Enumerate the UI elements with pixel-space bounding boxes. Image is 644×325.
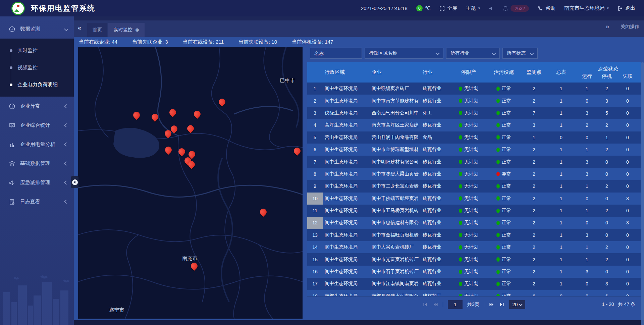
cell-stopped: 0 — [599, 168, 614, 180]
theme-dropdown[interactable]: 主题 ▾ — [466, 5, 480, 11]
cell-treatment: 正常 — [487, 241, 521, 253]
table-row[interactable]: 17阆中生态环境局阆中市江南镇阆南页岩砖瓦行业无计划正常21030 — [307, 278, 641, 290]
cell-run: 1 — [575, 241, 599, 253]
map-panel[interactable]: 巴中市南充市遂宁市 — [78, 47, 303, 319]
table-scrollbar[interactable] — [641, 62, 644, 325]
cell-treatment: 正常 — [487, 131, 521, 144]
page-number-input[interactable]: 1 — [448, 300, 463, 309]
cell-industry: 砖瓦行业 — [421, 168, 450, 180]
table-row[interactable]: 3仪陇生态环境局西南油气田分公司川中化工无计划正常71350 — [307, 107, 641, 119]
help-button[interactable]: 帮助 — [538, 5, 555, 11]
col-stop: 停限产 — [450, 62, 487, 83]
status-dot-green — [459, 123, 462, 127]
mute-button[interactable] — [489, 6, 494, 11]
industry-filter-select[interactable]: 所有行业 — [446, 48, 500, 59]
cell-region: 阆中生态环境局 — [323, 156, 370, 168]
sidebar-collapse-toggle[interactable] — [71, 176, 78, 188]
sidebar-item-label: 企业异常 — [20, 103, 65, 109]
cell-monitor: 2 — [521, 278, 547, 290]
cell-total: 1 — [547, 193, 575, 205]
cell-lost: 3 — [614, 217, 641, 229]
cell-lost: 3 — [614, 193, 641, 205]
last-page-icon[interactable] — [499, 302, 504, 307]
table-row[interactable]: 10阆中生态环境局阆中千佛镇五郎垭页岩砖瓦行业无计划正常21003 — [307, 193, 641, 205]
cell-industry: 砖瓦行业 — [421, 156, 450, 168]
sidebar-item-企业用电量分析[interactable]: 企业用电量分析 — [0, 135, 74, 154]
table-row[interactable]: 6阆中生态环境局阆中市金博瑞新型墙材砖瓦行业无计划正常21120 — [307, 144, 641, 156]
cell-industry: 砖瓦行业 — [421, 95, 450, 107]
cell-stop: 无计划 — [450, 180, 487, 192]
logout-button[interactable]: 退出 — [618, 5, 635, 11]
cell-total: 1 — [547, 168, 575, 180]
cell-company: 阆中市二龙长宝页岩砖 — [370, 180, 421, 192]
fullscreen-button[interactable]: 全屏 — [439, 5, 457, 11]
sidebar-item-label: 企业用电量分析 — [20, 141, 65, 148]
stat-当前在线设备: 当前在线设备: 211 — [183, 39, 224, 45]
cell-stop: 无计划 — [450, 217, 487, 229]
table-row[interactable]: 7阆中生态环境局阆中明阳建材有限公司砖瓦行业无计划正常21300 — [307, 156, 641, 168]
status-dot-green — [496, 294, 500, 296]
cell-stop: 无计划 — [450, 144, 487, 156]
cell-stop: 无计划 — [450, 278, 487, 290]
col-stopped: 停机 — [599, 72, 614, 81]
table-row[interactable]: 2阆中生态环境局阆中市南方节能建材有砖瓦行业无计划正常21030 — [307, 95, 641, 107]
first-page-icon[interactable] — [423, 302, 428, 307]
close-operations-button[interactable]: 关闭操作 — [621, 24, 639, 30]
prev-page-icon[interactable] — [433, 302, 438, 307]
status-dot-green — [459, 209, 462, 213]
table-row[interactable]: 18南部生态环境局南部县双佳水泥有限公建材加工无计划正常60060 — [307, 290, 641, 296]
org-dropdown[interactable]: 南充市生态环境局 ▾ — [564, 5, 609, 11]
close-icon[interactable]: ⊗ — [135, 27, 139, 33]
sidebar-item-企业异常[interactable]: 企业异常 — [0, 97, 74, 116]
cell-stopped: 2 — [599, 180, 614, 192]
table-row[interactable]: 11阆中生态环境局阆中市五马桥页岩机砖砖瓦行业无计划正常21120 — [307, 205, 641, 217]
sidebar-item-日志查看[interactable]: 日志查看 — [0, 192, 74, 211]
sidebar-item-label: 企业综合统计 — [20, 122, 65, 128]
status-dot-green — [459, 160, 462, 164]
table-row[interactable]: 13阆中生态环境局阆中市金福旺页岩机砖砖瓦行业无计划正常21300 — [307, 229, 641, 241]
table-row[interactable]: 16阆中生态环境局阆中市石子页岩机砖厂砖瓦行业无计划正常21300 — [307, 266, 641, 278]
sidebar-item-企业综合统计[interactable]: 企业综合统计 — [0, 116, 74, 135]
col-index — [307, 62, 323, 83]
cell-monitor: 6 — [521, 290, 547, 296]
cell-lost: 0 — [614, 290, 641, 296]
table-row[interactable]: 14阆中生态环境局阆中大兴页岩机砖厂砖瓦行业无计划正常21120 — [307, 241, 641, 253]
cell-run: 1 — [575, 253, 599, 265]
cell-stopped: 3 — [599, 278, 614, 290]
table-row[interactable]: 5营山生态环境局营山县润丰肉食品有限食品无计划正常10010 — [307, 131, 641, 144]
cell-company: 南充市高坪区王家店建 — [370, 119, 421, 131]
table-row[interactable]: 8阆中生态环境局阆中市枣碧大梁山页岩砖瓦行业无计划异常21300 — [307, 168, 641, 180]
cell-treatment: 正常 — [487, 278, 521, 290]
sidebar-item-应急减排管理[interactable]: 应急减排管理 — [0, 173, 74, 192]
tab-realtime-monitor[interactable]: 实时监控 ⊗ — [108, 23, 145, 37]
tab-home[interactable]: 首页 — [87, 23, 107, 37]
sidebar-subitem-实时监控[interactable]: 实时监控 — [0, 42, 74, 59]
cell-total: 1 — [547, 266, 575, 278]
sidebar-subitem-企业电力负荷明细[interactable]: 企业电力负荷明细 — [0, 76, 74, 93]
notifications-button[interactable]: 2632 — [503, 5, 529, 12]
sidebar-subitem-视频监控[interactable]: 视频监控 — [0, 59, 74, 76]
name-filter-input[interactable] — [310, 48, 362, 59]
table-row[interactable]: 4高坪生态环境局南充市高坪区王家店建砖瓦行业无计划正常31220 — [307, 119, 641, 131]
tab-scroll-left-icon[interactable]: « — [78, 24, 81, 32]
region-filter-select[interactable]: 行政区域名称 — [365, 48, 443, 59]
chevron-down-icon — [64, 27, 68, 31]
cell-total: 1 — [547, 83, 575, 95]
sidebar-subitem-label: 企业电力负荷明细 — [17, 82, 58, 88]
status-filter-select[interactable]: 所有状态 — [502, 48, 538, 59]
next-page-icon[interactable] — [489, 302, 494, 307]
fullscreen-label: 全屏 — [447, 5, 457, 11]
cell-industry: 食品 — [421, 131, 450, 144]
page-size-select[interactable]: 20 — [509, 300, 525, 309]
cell-lost: 0 — [614, 205, 641, 217]
sidebar-item-数据监测[interactable]: 数据监测 — [0, 19, 74, 39]
table-row[interactable]: 9阆中生态环境局阆中市二龙长宝页岩砖砖瓦行业无计划正常21120 — [307, 180, 641, 192]
table-row[interactable]: 1阆中生态环境局阆中强锐页岩砖厂砖瓦行业无计划正常21120 — [307, 83, 641, 95]
tab-scroll-right-icon[interactable]: » — [606, 23, 609, 30]
speaker-icon — [489, 6, 494, 11]
table-row[interactable]: 15阆中生态环境局阆中市光富页岩机砖厂砖瓦行业无计划正常21120 — [307, 253, 641, 265]
cell-company: 营山县润丰肉食品有限 — [370, 131, 421, 144]
sidebar-item-基础数据管理[interactable]: 基础数据管理 — [0, 154, 74, 173]
pagination-bar: 1 共3页 20 1 - 20 共 47 条 — [307, 296, 641, 312]
table-row[interactable]: 12阆中生态环境局阆中市忠信建材有限公砖瓦行业无计划正常21003 — [307, 217, 641, 229]
